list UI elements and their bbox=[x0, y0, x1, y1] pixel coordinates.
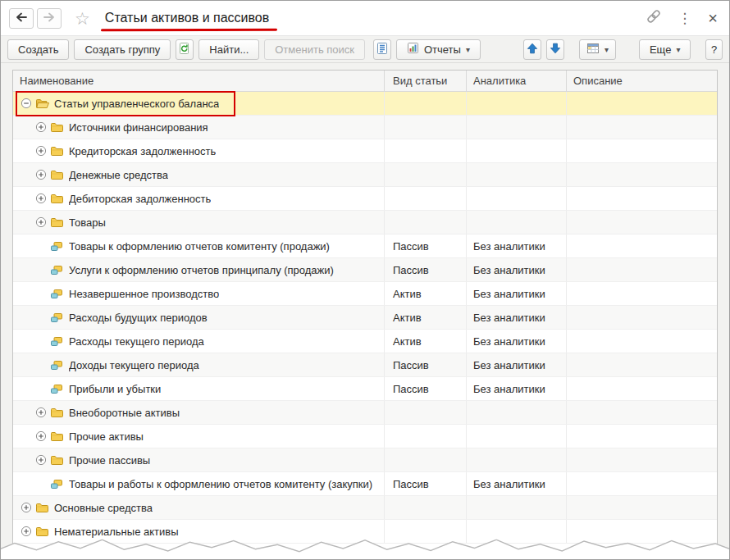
find-button[interactable]: Найти... bbox=[198, 39, 259, 60]
favorite-star-icon[interactable]: ☆ bbox=[75, 10, 90, 27]
expand-toggle-icon[interactable] bbox=[34, 454, 47, 467]
row-label: Нематериальные активы bbox=[54, 526, 179, 538]
table-row[interactable]: Товары и работы к оформлению отчетов ком… bbox=[13, 472, 717, 496]
cell-name: Кредиторская задолженность bbox=[13, 139, 384, 162]
more-button[interactable]: Еще ▾ bbox=[639, 39, 691, 60]
forward-button[interactable] bbox=[37, 8, 62, 29]
column-header-analytics[interactable]: Аналитика bbox=[466, 71, 566, 91]
cell-description bbox=[566, 282, 717, 305]
expand-toggle-icon[interactable] bbox=[34, 407, 47, 419]
kebab-menu-icon[interactable]: ⋮ bbox=[678, 10, 691, 27]
cell-description bbox=[566, 211, 717, 234]
table-row[interactable]: Источники финансирования bbox=[13, 116, 717, 139]
indent-spacer bbox=[34, 335, 47, 348]
table-row[interactable]: Кредиторская задолженность bbox=[13, 139, 717, 163]
list-settings-button[interactable] bbox=[373, 39, 391, 60]
cell-name: Внеоборотные активы bbox=[13, 401, 384, 424]
cell-kind: Пассив bbox=[384, 472, 466, 495]
cell-kind bbox=[384, 425, 466, 448]
row-label: Дебиторская задолженность bbox=[69, 193, 211, 205]
cell-description bbox=[566, 425, 717, 448]
cell-analytics bbox=[466, 496, 566, 519]
cell-description bbox=[566, 258, 717, 281]
cell-analytics bbox=[466, 520, 566, 543]
row-label: Расходы будущих периодов bbox=[69, 312, 208, 324]
row-label: Услуги к оформлению отчетов принципалу (… bbox=[69, 264, 334, 276]
cell-name: Товары и работы к оформлению отчетов ком… bbox=[13, 472, 384, 495]
cell-name: Денежные средства bbox=[13, 163, 384, 186]
expand-toggle-icon[interactable] bbox=[34, 145, 47, 157]
cell-description bbox=[566, 306, 717, 329]
expand-toggle-icon[interactable] bbox=[34, 430, 47, 443]
row-label: Незавершенное производство bbox=[69, 288, 219, 300]
collapse-toggle-icon[interactable] bbox=[20, 98, 32, 110]
table-row[interactable]: Прибыли и убыткиПассивБез аналитики bbox=[13, 377, 717, 401]
table-row[interactable]: Внеоборотные активы bbox=[13, 401, 717, 425]
cell-analytics: Без аналитики bbox=[466, 472, 566, 495]
table-row[interactable]: Основные средства bbox=[13, 496, 717, 520]
expand-toggle-icon[interactable] bbox=[34, 121, 47, 134]
row-label: Основные средства bbox=[54, 502, 153, 514]
expand-toggle-icon[interactable] bbox=[34, 216, 47, 229]
table-row[interactable]: Дебиторская задолженность bbox=[13, 187, 717, 211]
page-title-text: Статьи активов и пассивов bbox=[105, 11, 269, 25]
cancel-search-button[interactable]: Отменить поиск bbox=[264, 39, 365, 60]
indent-spacer bbox=[34, 288, 47, 300]
expand-toggle-icon[interactable] bbox=[34, 169, 47, 181]
move-up-button[interactable] bbox=[523, 39, 541, 60]
create-by-copy-button[interactable] bbox=[176, 39, 194, 60]
table-header: Наименование Вид статьи Аналитика Описан… bbox=[13, 71, 717, 92]
table-row[interactable]: Расходы текущего периодаАктивБез аналити… bbox=[13, 330, 717, 353]
indent-spacer bbox=[34, 312, 47, 324]
table-row[interactable]: Статьи управленческого баланса bbox=[13, 92, 717, 116]
cell-description bbox=[566, 401, 717, 424]
cell-kind bbox=[384, 448, 466, 471]
item-icon bbox=[50, 241, 65, 252]
cell-kind: Актив bbox=[384, 306, 466, 329]
close-icon[interactable]: × bbox=[708, 10, 718, 26]
table-row[interactable]: Нематериальные активы bbox=[13, 520, 717, 544]
chevron-down-icon: ▾ bbox=[605, 45, 609, 54]
expand-toggle-icon[interactable] bbox=[20, 526, 32, 538]
move-down-button[interactable] bbox=[546, 39, 564, 60]
help-button[interactable]: ? bbox=[705, 39, 723, 60]
cell-name: Расходы будущих периодов bbox=[13, 306, 384, 329]
folder-icon bbox=[35, 526, 50, 537]
table-row[interactable]: Расходы будущих периодовАктивБез аналити… bbox=[13, 306, 717, 330]
cell-analytics bbox=[466, 187, 566, 210]
create-button[interactable]: Создать bbox=[7, 39, 69, 60]
cell-name: Источники финансирования bbox=[13, 116, 384, 139]
cell-description bbox=[566, 234, 717, 257]
table-row[interactable]: Денежные средства bbox=[13, 163, 717, 187]
indent-spacer bbox=[34, 359, 47, 371]
reports-button[interactable]: Отчеты ▾ bbox=[396, 39, 481, 60]
table-row[interactable]: Прочие пассивы bbox=[13, 448, 717, 472]
window: ☆ Статьи активов и пассивов ⋮ × Создать … bbox=[0, 0, 730, 560]
column-header-kind[interactable]: Вид статьи bbox=[384, 71, 466, 91]
column-header-name[interactable]: Наименование bbox=[13, 71, 384, 91]
table-row[interactable]: Доходы текущего периодаПассивБез аналити… bbox=[13, 353, 717, 377]
table-row[interactable]: Услуги к оформлению отчетов принципалу (… bbox=[13, 258, 717, 282]
expand-toggle-icon[interactable] bbox=[34, 193, 47, 205]
table-row[interactable]: Прочие активы bbox=[13, 425, 717, 448]
cell-analytics bbox=[466, 448, 566, 471]
indent-spacer bbox=[34, 478, 47, 490]
output-list-button[interactable]: ▾ bbox=[579, 39, 616, 60]
cell-kind bbox=[384, 116, 466, 139]
back-button[interactable] bbox=[9, 8, 34, 29]
cell-kind: Пассив bbox=[384, 353, 466, 376]
row-label: Товары и работы к оформлению отчетов ком… bbox=[69, 478, 372, 490]
list-card-icon bbox=[376, 42, 389, 57]
table-row[interactable]: Товары к оформлению отчетов комитенту (п… bbox=[13, 234, 717, 258]
expand-toggle-icon[interactable] bbox=[20, 502, 32, 514]
create-group-button[interactable]: Создать группу bbox=[74, 39, 171, 60]
cell-kind bbox=[384, 401, 466, 424]
link-icon[interactable] bbox=[646, 9, 661, 27]
cell-name: Статьи управленческого баланса bbox=[13, 92, 384, 115]
table-row[interactable]: Товары bbox=[13, 211, 717, 234]
cell-analytics bbox=[466, 92, 566, 115]
column-header-description[interactable]: Описание bbox=[566, 71, 717, 91]
table-row[interactable]: Незавершенное производствоАктивБез анали… bbox=[13, 282, 717, 306]
folder-icon bbox=[35, 98, 50, 109]
row-label: Прочие пассивы bbox=[69, 454, 150, 467]
